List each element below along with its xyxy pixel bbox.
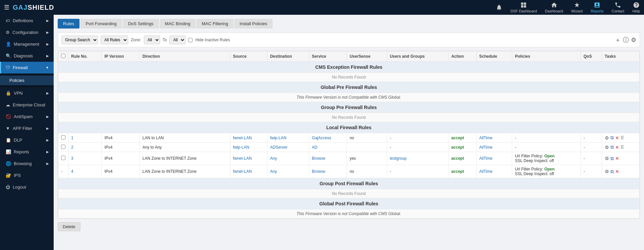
row3-checkbox[interactable] bbox=[58, 152, 68, 165]
settings-icon[interactable]: ⚙ bbox=[631, 36, 636, 44]
row2-drag-icon[interactable]: ⠿ bbox=[621, 145, 624, 150]
col-direction: Direction bbox=[140, 51, 230, 62]
nav-help[interactable]: Help bbox=[632, 2, 640, 13]
table-row: 1 IPv4 LAN to LAN fwnet-LAN fwip-LAN Gaj… bbox=[58, 133, 640, 143]
row3-copy-icon[interactable]: ⧉ bbox=[610, 156, 614, 161]
tab-port-forwarding[interactable]: Port Forwarding bbox=[80, 19, 122, 29]
row4-copy-icon[interactable]: ⧉ bbox=[610, 169, 614, 174]
row2-schedule: AllTime bbox=[476, 143, 512, 152]
row4-delete-icon[interactable]: ✕ bbox=[615, 169, 619, 174]
tab-mac-filtering[interactable]: MAC Filtering bbox=[196, 19, 233, 29]
sidebar-item-definitions[interactable]: 🏷Definitions ▶ bbox=[0, 15, 54, 27]
row1-delete-icon[interactable]: ✕ bbox=[615, 135, 619, 141]
row2-service: AD bbox=[309, 143, 347, 152]
row2-ip-version: IPv4 bbox=[102, 143, 140, 152]
sidebar-item-management[interactable]: 👤Management ▶ bbox=[0, 38, 54, 50]
sidebar-sub-item-policies[interactable]: Policies bbox=[0, 76, 54, 85]
sidebar-item-antispam[interactable]: 🚫AntiSpam ▶ bbox=[0, 111, 54, 122]
row3-destination: Any bbox=[267, 152, 309, 165]
to-label: To bbox=[163, 38, 167, 42]
sidebar-item-diagnosis[interactable]: 🔍Diagnosis ▶ bbox=[0, 50, 54, 62]
row1-ip-version: IPv4 bbox=[102, 133, 140, 143]
sidebar-item-enterprise-cloud[interactable]: ☁Enterprise Cloud bbox=[0, 99, 54, 111]
main-content: Rules Port Forwarding DoS Settings MAC B… bbox=[54, 15, 644, 250]
group-pre-message: No Records Found bbox=[58, 113, 640, 122]
add-icon[interactable]: ＋ bbox=[615, 36, 621, 44]
row4-schedule: AllTime bbox=[476, 165, 512, 178]
nav-notification[interactable] bbox=[496, 4, 502, 11]
select-all-checkbox[interactable] bbox=[61, 54, 65, 58]
row4-usersense: no bbox=[347, 165, 387, 178]
sidebar-item-configuration[interactable]: ⚙Configuration ▶ bbox=[0, 27, 54, 38]
row3-rule-no[interactable]: 3 bbox=[68, 152, 102, 165]
tab-mac-binding[interactable]: MAC Binding bbox=[160, 19, 196, 29]
sidebar-item-firewall[interactable]: 🛡Firewall ▼ bbox=[0, 62, 54, 73]
sidebar-item-browsing[interactable]: 🌐Browsing ▶ bbox=[0, 158, 54, 169]
nav-wizard-label: Wizard bbox=[571, 9, 583, 13]
tab-install-policies[interactable]: Install Policies bbox=[234, 19, 272, 29]
section-group-post-title: Group Post Firewall Rules bbox=[58, 178, 640, 189]
section-global-post-title: Global Post Firewall Rules bbox=[58, 198, 640, 209]
app-logo: GAJSHIELD bbox=[13, 4, 54, 11]
nav-help-label: Help bbox=[632, 9, 640, 13]
group-pre-no-records: No Records Found bbox=[58, 113, 640, 122]
col-rule-no: Rule No. bbox=[68, 51, 102, 62]
row4-settings-icon[interactable]: ⚙ bbox=[605, 169, 609, 174]
sidebar-item-app-filter[interactable]: ▼APP Filter ▶ bbox=[0, 122, 54, 134]
group-post-no-records: No Records Found bbox=[58, 189, 640, 198]
row2-rule-no[interactable]: 2 bbox=[68, 143, 102, 152]
section-global-pre-title: Global Pre Firewall Rules bbox=[58, 82, 640, 93]
sidebar-item-dlp[interactable]: 📋DLP ▶ bbox=[0, 134, 54, 146]
nav-wizard[interactable]: Wizard bbox=[571, 2, 583, 13]
row2-direction: Any to Any bbox=[140, 143, 230, 152]
row3-settings-icon[interactable]: ⚙ bbox=[605, 156, 609, 161]
row1-checkbox[interactable] bbox=[58, 133, 68, 143]
hamburger-menu[interactable]: ☰ bbox=[4, 4, 9, 11]
row2-delete-icon[interactable]: ✕ bbox=[615, 145, 619, 150]
nav-contact[interactable]: Contact bbox=[611, 2, 624, 13]
tab-dos-settings[interactable]: DoS Settings bbox=[123, 19, 159, 29]
col-schedule: Schedule bbox=[476, 51, 512, 62]
row4-rule-no[interactable]: 4 bbox=[68, 165, 102, 178]
sidebar-item-logout[interactable]: ⏻Logout bbox=[0, 181, 54, 193]
row2-policies: - bbox=[512, 143, 581, 152]
row1-rule-no[interactable]: 1 bbox=[68, 133, 102, 143]
row2-checkbox[interactable] bbox=[58, 143, 68, 152]
row1-copy-icon[interactable]: ⧉ bbox=[610, 135, 614, 141]
row4-direction: LAN Zone to INTERNET Zone bbox=[140, 165, 230, 178]
tab-rules[interactable]: Rules bbox=[58, 19, 79, 29]
delete-button[interactable]: Delete bbox=[58, 222, 80, 231]
nav-dsf-dashboard[interactable]: DSF Dashboard bbox=[511, 2, 537, 13]
section-local: Local Firewall Rules bbox=[58, 122, 640, 133]
table-row: 2 IPv4 Any to Any fwip-LAN ADServer AD -… bbox=[58, 143, 640, 152]
section-local-title: Local Firewall Rules bbox=[58, 122, 640, 133]
hide-inactive-checkbox[interactable] bbox=[188, 38, 193, 42]
sidebar-item-reports[interactable]: 📊Reports ▶ bbox=[0, 146, 54, 158]
row2-settings-icon[interactable]: ⚙ bbox=[605, 145, 609, 150]
nav-contact-label: Contact bbox=[611, 9, 624, 13]
sidebar-item-ips[interactable]: 🔐IPS bbox=[0, 169, 54, 181]
row1-qos: - bbox=[581, 133, 602, 143]
row2-copy-icon[interactable]: ⧉ bbox=[610, 144, 614, 150]
row1-drag-icon[interactable]: ⠿ bbox=[621, 135, 624, 141]
section-cms-exception-title: CMS Exception Firewall Rules bbox=[58, 62, 640, 73]
row3-delete-icon[interactable]: ✕ bbox=[615, 156, 619, 161]
row1-settings-icon[interactable]: ⚙ bbox=[605, 135, 609, 141]
tab-bar: Rules Port Forwarding DoS Settings MAC B… bbox=[58, 19, 640, 29]
top-nav-right: DSF Dashboard Dashboard Wizard Reports C… bbox=[496, 2, 640, 13]
group-search-select[interactable]: Group Search bbox=[61, 36, 98, 44]
row2-users-groups: - bbox=[387, 143, 448, 152]
nav-reports-label: Reports bbox=[591, 9, 604, 13]
row4-users-groups: - bbox=[387, 165, 448, 178]
nav-reports[interactable]: Reports bbox=[591, 2, 604, 13]
zone-select[interactable]: All bbox=[144, 36, 160, 44]
row3-direction: LAN Zone to INTERNET Zone bbox=[140, 152, 230, 165]
nav-dashboard[interactable]: Dashboard bbox=[545, 2, 563, 13]
sidebar-item-vpn[interactable]: 🔒VPN ▶ bbox=[0, 87, 54, 99]
help-icon[interactable]: ⓘ bbox=[623, 36, 629, 44]
all-rules-select[interactable]: All Rules bbox=[101, 36, 128, 44]
nav-dashboard-label: Dashboard bbox=[545, 9, 563, 13]
row3-users-groups: testgroup bbox=[387, 152, 448, 165]
to-select[interactable]: All bbox=[169, 36, 185, 44]
row4-destination: Any bbox=[267, 165, 309, 178]
